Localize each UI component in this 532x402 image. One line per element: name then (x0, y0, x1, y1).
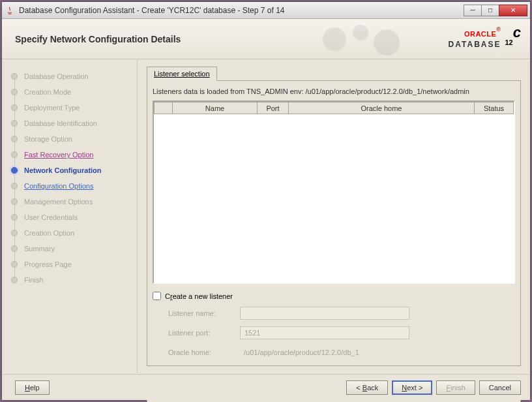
svg-point-0 (323, 27, 346, 51)
finish-button: Finish (436, 380, 475, 395)
step-dot-icon (11, 120, 18, 127)
col-select (155, 102, 173, 114)
step-storage-option: Storage Option (11, 131, 133, 147)
minimize-button[interactable]: ─ (464, 5, 482, 16)
step-dot-icon (11, 167, 18, 174)
new-listener-form: Listener name: Listener port: Oracle hom… (168, 307, 515, 359)
step-label: User Credentials (24, 213, 78, 221)
listener-port-label: Listener port: (168, 329, 240, 337)
step-management-options: Management Options (11, 194, 133, 209)
tab-strip: Listener selection (147, 66, 521, 80)
step-user-credentials: User Credentials (11, 209, 133, 225)
col-name[interactable]: Name (173, 102, 258, 114)
step-configuration-options[interactable]: Configuration Options (11, 178, 133, 194)
step-dot-icon (11, 261, 18, 268)
step-progress-page: Progress Page (11, 256, 133, 272)
step-finish: Finish (11, 272, 133, 288)
step-label: Database Operation (24, 72, 88, 80)
step-label: Management Options (24, 198, 93, 206)
step-dot-icon (11, 214, 18, 221)
create-listener-row: Create a new listener (153, 292, 515, 300)
step-label: Fast Recovery Option (24, 151, 93, 159)
step-dot-icon (11, 151, 18, 158)
col-status[interactable]: Status (475, 102, 514, 114)
step-label: Summary (24, 245, 55, 253)
step-deployment-type: Deployment Type (11, 100, 133, 116)
window-title: Database Configuration Assistant - Creat… (19, 6, 464, 15)
step-dot-icon (11, 89, 18, 95)
tns-admin-info: Listeners data is loaded from TNS_ADMIN … (153, 87, 515, 95)
step-label: Network Configuration (24, 166, 102, 174)
step-dot-icon (11, 245, 18, 252)
brand-oracle-text: ORACLE® (449, 26, 501, 40)
page-title: Specify Network Configuration Details (15, 34, 181, 44)
listener-panel: Listeners data is loaded from TNS_ADMIN … (147, 80, 521, 366)
step-label: Database Identification (24, 119, 97, 127)
step-label: Configuration Options (24, 182, 93, 190)
step-database-operation: Database Operation (11, 69, 133, 84)
step-dot-icon (11, 230, 18, 236)
footer: Help < Back Next > Finish Cancel (2, 374, 530, 400)
gears-decoration (308, 19, 426, 59)
brand-database-text: DATABASE (449, 40, 501, 49)
step-dot-icon (11, 277, 18, 283)
app-window: Database Configuration Assistant - Creat… (1, 1, 531, 401)
tab-listener-selection[interactable]: Listener selection (147, 67, 217, 81)
back-button[interactable]: < Back (346, 380, 388, 395)
step-database-identification: Database Identification (11, 116, 133, 131)
cancel-button[interactable]: Cancel (479, 380, 521, 395)
listener-name-label: Listener name: (168, 309, 240, 317)
oracle-home-value (240, 346, 409, 359)
step-fast-recovery-option[interactable]: Fast Recovery Option (11, 147, 133, 162)
step-creation-mode: Creation Mode (11, 84, 133, 100)
svg-point-2 (374, 29, 400, 55)
brand-version: 12c (505, 23, 522, 52)
java-icon (5, 5, 15, 16)
step-network-configuration: Network Configuration (11, 162, 133, 178)
maximize-button[interactable]: □ (481, 5, 499, 16)
col-port[interactable]: Port (258, 102, 289, 114)
window-controls: ─ □ ✕ (464, 5, 527, 16)
create-listener-checkbox[interactable] (153, 292, 161, 300)
step-summary: Summary (11, 241, 133, 256)
col-oracle-home[interactable]: Oracle home (289, 102, 475, 114)
step-label: Creation Option (24, 229, 74, 237)
wizard-steps: Database OperationCreation ModeDeploymen… (2, 59, 138, 373)
step-dot-icon (11, 183, 18, 189)
content-area: Database OperationCreation ModeDeploymen… (2, 59, 530, 373)
listener-port-input (240, 326, 409, 339)
listeners-table[interactable]: Name Port Oracle home Status (153, 100, 515, 284)
step-creation-option: Creation Option (11, 225, 133, 241)
oracle-brand: ORACLE® DATABASE 12c (449, 23, 521, 52)
step-dot-icon (11, 73, 18, 80)
step-dot-icon (11, 198, 18, 205)
next-button[interactable]: Next > (392, 380, 432, 395)
step-label: Creation Mode (24, 88, 71, 96)
create-listener-label[interactable]: Create a new listener (165, 292, 233, 300)
step-dot-icon (11, 104, 18, 111)
help-button[interactable]: Help (15, 380, 50, 395)
listener-name-input (240, 307, 409, 320)
svg-point-1 (353, 25, 368, 40)
close-button[interactable]: ✕ (499, 5, 527, 16)
titlebar[interactable]: Database Configuration Assistant - Creat… (2, 2, 530, 19)
main-panel: Listener selection Listeners data is loa… (138, 59, 530, 373)
step-label: Progress Page (24, 260, 72, 268)
step-label: Storage Option (24, 135, 72, 143)
step-label: Finish (24, 276, 43, 284)
step-label: Deployment Type (24, 104, 80, 112)
header: Specify Network Configuration Details OR… (2, 19, 530, 59)
oracle-home-label: Oracle home: (168, 348, 240, 356)
step-dot-icon (11, 136, 18, 142)
